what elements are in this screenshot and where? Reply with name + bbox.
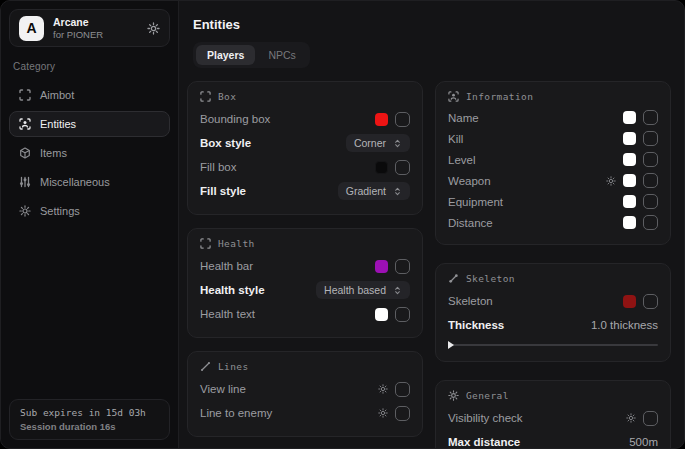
health-text-row: Health text <box>200 302 410 326</box>
row-label: Health text <box>200 308 255 320</box>
health-bar-row: Health bar <box>200 254 410 278</box>
kill-checkbox[interactable] <box>643 131 658 146</box>
color-swatch[interactable] <box>623 153 636 166</box>
fill-box-checkbox[interactable] <box>395 160 410 175</box>
health-style-dropdown[interactable]: Health based <box>316 281 410 299</box>
app-header-card: A Arcane for PIONER <box>9 9 170 47</box>
fill-box-row: Fill box <box>200 155 410 179</box>
row-label: Box style <box>200 137 251 149</box>
row-label: Name <box>448 112 479 124</box>
view-line-checkbox[interactable] <box>395 382 410 397</box>
sidebar-item-items[interactable]: Items <box>9 140 170 166</box>
visibility-check-checkbox[interactable] <box>643 411 658 426</box>
row-label: Fill box <box>200 161 236 173</box>
settings-gear-icon[interactable] <box>147 22 160 35</box>
page-title: Entities <box>193 17 671 32</box>
row-label: Weapon <box>448 175 491 187</box>
entity-type-tabs: Players NPCs <box>193 42 310 68</box>
row-label: Visibility check <box>448 412 523 424</box>
max-distance-row: Max distance 500m <box>448 430 658 449</box>
app-logo: A <box>19 16 44 41</box>
card-title: Lines <box>218 361 249 372</box>
level-checkbox[interactable] <box>643 152 658 167</box>
fill-style-row: Fill style Gradient <box>200 179 410 203</box>
gear-icon[interactable] <box>626 413 636 423</box>
card-title: Health <box>218 238 255 249</box>
line-to-enemy-row: Line to enemy <box>200 401 410 425</box>
equipment-checkbox[interactable] <box>643 194 658 209</box>
app-name: Arcane <box>53 16 103 29</box>
fill-style-dropdown[interactable]: Gradient <box>338 182 410 200</box>
kill-row: Kill <box>448 128 658 149</box>
visibility-check-row: Visibility check <box>448 406 658 430</box>
health-card: Health Health bar Health style H <box>187 228 423 338</box>
dropdown-value: Health based <box>324 284 386 296</box>
row-label: View line <box>200 383 246 395</box>
level-row: Level <box>448 149 658 170</box>
bone-icon <box>448 273 459 284</box>
line-to-enemy-checkbox[interactable] <box>395 406 410 421</box>
color-swatch[interactable] <box>375 161 388 174</box>
color-swatch[interactable] <box>623 195 636 208</box>
card-title: Box <box>218 91 236 102</box>
information-card-header: Information <box>448 91 658 102</box>
color-swatch[interactable] <box>623 132 636 145</box>
distance-row: Distance <box>448 212 658 233</box>
slider-thumb[interactable] <box>448 341 454 349</box>
equipment-row: Equipment <box>448 191 658 212</box>
dropdown-value: Gradient <box>346 185 386 197</box>
general-card: General Visibility check Max distance 50… <box>435 380 671 449</box>
color-swatch[interactable] <box>375 113 388 126</box>
color-swatch[interactable] <box>623 174 636 187</box>
tab-players[interactable]: Players <box>196 45 255 65</box>
person-scan-icon <box>19 118 31 130</box>
distance-checkbox[interactable] <box>643 215 658 230</box>
name-row: Name <box>448 107 658 128</box>
thickness-slider[interactable] <box>448 340 658 350</box>
weapon-checkbox[interactable] <box>643 173 658 188</box>
sidebar-item-settings[interactable]: Settings <box>9 198 170 224</box>
row-label: Bounding box <box>200 113 270 125</box>
color-swatch[interactable] <box>623 295 636 308</box>
gear-icon[interactable] <box>378 384 388 394</box>
cards-grid: Box Bounding box Box style Corne <box>187 81 671 449</box>
dropdown-value: Corner <box>354 137 386 149</box>
left-column: Box Bounding box Box style Corne <box>187 81 423 437</box>
app-title-block: Arcane for PIONER <box>53 16 103 41</box>
row-label: Health bar <box>200 260 253 272</box>
bounding-box-checkbox[interactable] <box>395 112 410 127</box>
right-column: Information Name Kill <box>435 81 671 449</box>
view-line-row: View line <box>200 377 410 401</box>
sidebar-item-aimbot[interactable]: Aimbot <box>9 82 170 108</box>
row-label: Max distance <box>448 436 520 448</box>
gear-icon[interactable] <box>378 408 388 418</box>
person-scan-icon <box>448 91 459 102</box>
sidebar-item-label: Settings <box>40 205 80 217</box>
color-swatch[interactable] <box>375 308 388 321</box>
cube-icon <box>19 147 31 159</box>
weapon-row: Weapon <box>448 170 658 191</box>
row-label: Level <box>448 154 476 166</box>
color-swatch[interactable] <box>623 111 636 124</box>
tab-npcs[interactable]: NPCs <box>257 45 306 65</box>
name-checkbox[interactable] <box>643 110 658 125</box>
gear-icon[interactable] <box>606 176 616 186</box>
skeleton-checkbox[interactable] <box>643 294 658 309</box>
color-swatch[interactable] <box>375 260 388 273</box>
sidebar-item-label: Items <box>40 147 67 159</box>
sidebar-item-entities[interactable]: Entities <box>9 111 170 137</box>
app-window: A Arcane for PIONER Category Aimbot Enti… <box>0 0 685 449</box>
box-style-dropdown[interactable]: Corner <box>346 134 410 152</box>
health-text-checkbox[interactable] <box>395 307 410 322</box>
bounding-box-row: Bounding box <box>200 107 410 131</box>
color-swatch[interactable] <box>623 216 636 229</box>
sidebar-item-label: Aimbot <box>40 89 74 101</box>
sub-expiry-text: Sub expires in 15d 03h <box>20 407 159 418</box>
crosshair-scan-icon <box>19 89 31 101</box>
sidebar-item-miscellaneous[interactable]: Miscellaneous <box>9 169 170 195</box>
skeleton-card-header: Skeleton <box>448 273 658 284</box>
row-label: Kill <box>448 133 463 145</box>
health-bar-checkbox[interactable] <box>395 259 410 274</box>
scan-brackets-icon <box>200 91 211 102</box>
box-card: Box Bounding box Box style Corne <box>187 81 423 215</box>
